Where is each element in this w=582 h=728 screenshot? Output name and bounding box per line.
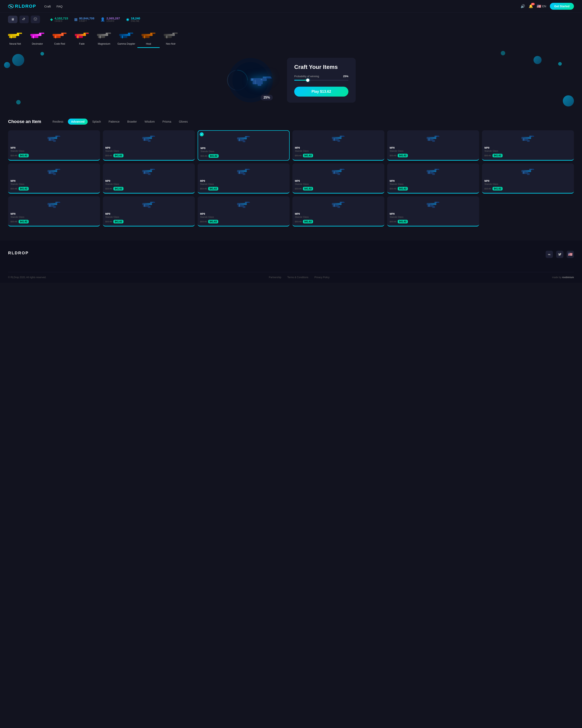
- item-card-16[interactable]: MP9Stainde Glass$59.45$41.62: [387, 196, 479, 227]
- svg-rect-95: [53, 173, 56, 175]
- svg-rect-59: [53, 140, 56, 142]
- slider-fill: [294, 80, 308, 81]
- item-card-2[interactable]: ✓ MP9Stainde Glass$59.45$41.62: [198, 130, 289, 161]
- twitter-icon[interactable]: [556, 251, 563, 258]
- item-type-4: Stainde Glass: [389, 150, 477, 152]
- svg-rect-76: [342, 136, 345, 137]
- item-type-8: Stainde Glass: [200, 183, 287, 185]
- footer-flag-icon[interactable]: 🇺🇸: [567, 251, 574, 258]
- svg-rect-16: [54, 36, 60, 38]
- item-prices-8: $59.45$41.62: [200, 187, 287, 190]
- svg-rect-83: [432, 140, 435, 142]
- notification-icon[interactable]: 🔔 9+: [529, 4, 533, 8]
- weapon-image-6: [140, 30, 158, 41]
- weapon-item-neural-net[interactable]: Neural Net: [4, 28, 26, 48]
- item-image-9: [295, 166, 382, 178]
- svg-rect-37: [144, 35, 145, 38]
- privacy-link[interactable]: Privacy Policy: [314, 276, 330, 279]
- item-card-11[interactable]: MP9Stainde Glass$59.45$41.62: [482, 163, 574, 193]
- deco-circle-2: [4, 62, 10, 68]
- svg-rect-29: [119, 34, 130, 36]
- nav-faq-link[interactable]: FAQ: [56, 5, 62, 8]
- footer: RLDROP 🇺🇸 © RLDrop 2020, All rights rese…: [0, 240, 582, 283]
- item-name-15: MP9: [295, 212, 382, 215]
- item-card-9[interactable]: MP9Stainde Glass$59.45$41.62: [293, 163, 384, 193]
- get-started-button[interactable]: Get Started: [550, 3, 574, 10]
- item-card-1[interactable]: MP9Stainde Glass$59.45$41.62: [103, 130, 195, 161]
- svg-rect-11: [31, 36, 39, 38]
- new-price-7: $41.62: [113, 187, 124, 190]
- weapon-item-fade[interactable]: Fade: [71, 28, 93, 48]
- tab-prisma[interactable]: Prisma: [159, 119, 175, 125]
- item-image-3: [295, 133, 382, 145]
- cases-label: CASES: [55, 20, 68, 22]
- nav-right: 🔊 🔔 9+ 🇺🇸 EN Get Started: [521, 3, 574, 10]
- item-card-13[interactable]: MP9Stainde Glass$59.45$41.62: [103, 196, 195, 227]
- terms-link[interactable]: Terms & Conditions: [287, 276, 308, 279]
- new-price-11: $41.62: [492, 187, 503, 190]
- svg-rect-124: [532, 169, 534, 170]
- item-card-5[interactable]: MP9Stainde Glass$59.45$41.62: [482, 130, 574, 161]
- tab-restless[interactable]: Restless: [49, 119, 67, 125]
- svg-rect-78: [427, 137, 436, 139]
- item-type-1: Stainde Glass: [105, 150, 193, 152]
- weapon-item-heat[interactable]: Heat: [137, 28, 160, 48]
- stat-online: ◉ 18,240 ONLINE: [126, 17, 140, 22]
- vk-icon[interactable]: [546, 251, 553, 258]
- svg-rect-102: [237, 170, 247, 172]
- svg-rect-81: [429, 138, 429, 141]
- svg-line-2: [9, 5, 13, 7]
- weapon-item-neo-noir[interactable]: Neo-Noir: [160, 28, 182, 48]
- weapon-item-magnesium[interactable]: Magnesium: [93, 28, 115, 48]
- svg-rect-114: [427, 170, 436, 172]
- tab-brawler[interactable]: Brawler: [124, 119, 140, 125]
- item-card-4[interactable]: MP9Stainde Glass$59.45$41.62: [387, 130, 479, 161]
- nav-craft-link[interactable]: Craft: [44, 5, 51, 8]
- language-selector[interactable]: 🇺🇸 EN: [537, 4, 546, 8]
- deco-circle-3: [41, 52, 44, 56]
- item-card-8[interactable]: MP9Stainde Glass$59.45$41.62: [198, 163, 289, 193]
- craft-title: Craft Your Items: [294, 64, 348, 70]
- item-card-7[interactable]: MP9Stainde Glass$59.45$41.62: [103, 163, 195, 193]
- item-image-11: [484, 166, 572, 178]
- weapon-item-gamma-doppler[interactable]: Gamma Doppler: [115, 28, 137, 48]
- svg-rect-63: [144, 138, 145, 141]
- weapon-item-code-red[interactable]: Code Red: [49, 28, 71, 48]
- item-prices-3: $59.45$41.62: [295, 154, 382, 157]
- item-card-3[interactable]: MP9Stainde Glass$59.45$41.62: [293, 130, 384, 161]
- item-image-12: [10, 199, 98, 211]
- language-label: EN: [542, 5, 546, 8]
- item-name-10: MP9: [389, 180, 477, 182]
- footer-bottom: © RLDrop 2020, All rights reserved. Part…: [8, 272, 574, 279]
- item-card-10[interactable]: MP9Stainde Glass$59.45$41.62: [387, 163, 479, 193]
- sound-icon[interactable]: 🔊: [521, 4, 525, 8]
- play-button[interactable]: Play $13.62: [294, 87, 348, 97]
- platform-monitor-button[interactable]: 🖥: [8, 16, 17, 23]
- svg-rect-117: [429, 171, 429, 174]
- platform-xbox-button[interactable]: [31, 16, 40, 23]
- item-card-14[interactable]: MP9Stainde Glass$59.45$41.62: [198, 196, 289, 227]
- item-card-0[interactable]: MP9Stainde Glass$59.45$41.62: [8, 130, 100, 161]
- tab-gloves[interactable]: Gloves: [176, 119, 191, 125]
- weapon-name-5: Gamma Doppler: [117, 43, 136, 45]
- item-grid: MP9Stainde Glass$59.45$41.62 MP9Stainde …: [8, 130, 574, 227]
- cases-icon: ◆: [50, 17, 53, 22]
- item-card-15[interactable]: MP9Stainde Glass$59.45$41.62: [293, 196, 384, 227]
- tab-splash[interactable]: Splash: [89, 119, 104, 125]
- weapon-item-decimator[interactable]: Decimator: [26, 28, 49, 48]
- item-card-6[interactable]: MP9Stainde Glass$59.45$41.62: [8, 163, 100, 193]
- item-type-13: Stainde Glass: [105, 216, 193, 218]
- item-card-12[interactable]: MP9Stainde Glass$59.45$41.62: [8, 196, 100, 227]
- tab-patience[interactable]: Patience: [105, 119, 123, 125]
- slider-thumb[interactable]: [306, 79, 309, 82]
- partnership-link[interactable]: Partnership: [269, 276, 281, 279]
- tab-advanced[interactable]: Advanced: [68, 119, 88, 125]
- prob-text: Probability of winning: [294, 75, 319, 78]
- weapon-name-4: Magnesium: [95, 43, 113, 45]
- weapon-name-0: Neural Net: [6, 43, 25, 45]
- svg-rect-21: [76, 36, 83, 38]
- probability-label: Probability of winning 25%: [294, 75, 348, 78]
- svg-rect-112: [342, 169, 345, 170]
- tab-wisdom[interactable]: Wisdom: [141, 119, 158, 125]
- platform-playstation-button[interactable]: [19, 16, 29, 23]
